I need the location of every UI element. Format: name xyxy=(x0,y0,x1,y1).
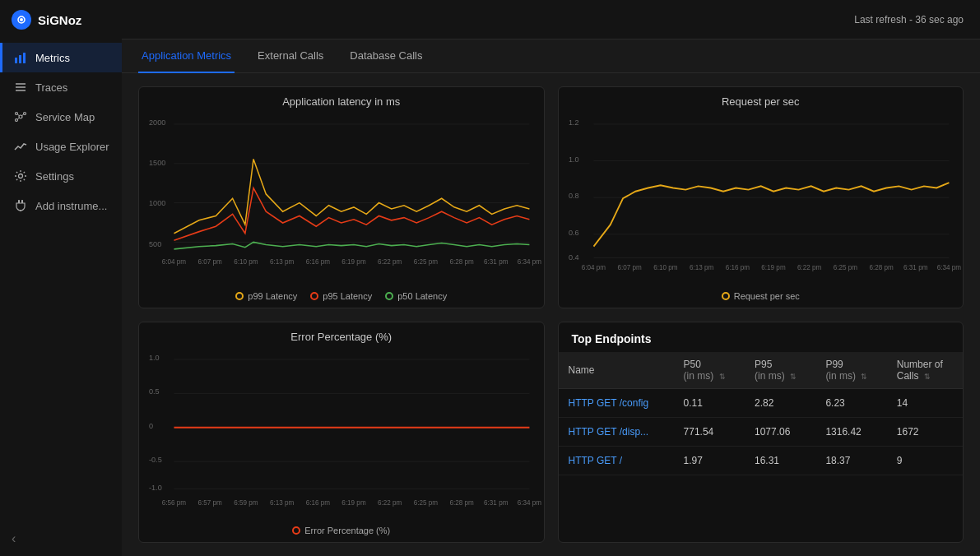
latency-chart-card: Application latency in ms 2000 1500 1000… xyxy=(138,86,545,308)
svg-text:6:13 pm: 6:13 pm xyxy=(689,263,713,271)
endpoint-p95-0: 2.82 xyxy=(745,388,815,417)
brand-name: SiGNoz xyxy=(38,13,81,27)
svg-text:6:22 pm: 6:22 pm xyxy=(797,263,821,271)
endpoint-p50-2: 1.97 xyxy=(674,446,745,475)
svg-text:6:59 pm: 6:59 pm xyxy=(234,498,258,507)
svg-text:6:13 pm: 6:13 pm xyxy=(270,498,294,507)
error-chart-card: Error Percentage (%) 1.0 0.5 0 -0.5 -1.0 xyxy=(138,322,545,544)
error-chart-area: 1.0 0.5 0 -0.5 -1.0 6:56 pm 6:57 pm xyxy=(139,346,544,521)
sidebar-item-service-map-label: Service Map xyxy=(35,111,95,123)
legend-p99-dot xyxy=(235,292,244,300)
tab-database-calls[interactable]: Database Calls xyxy=(346,39,425,73)
sidebar-item-add-instrument[interactable]: Add instrume... xyxy=(0,191,122,220)
table-row: HTTP GET /config 0.11 2.82 6.23 14 xyxy=(559,388,964,417)
svg-text:6:34 pm: 6:34 pm xyxy=(936,263,960,271)
gear-icon xyxy=(14,169,27,183)
endpoint-calls-0: 14 xyxy=(887,388,963,417)
rps-chart-title: Request per sec xyxy=(559,87,964,111)
legend-p50-dot xyxy=(385,292,393,300)
col-header-name[interactable]: Name xyxy=(559,352,674,389)
svg-text:6:07 pm: 6:07 pm xyxy=(198,257,222,266)
table-row: HTTP GET / 1.97 16.31 18.37 9 xyxy=(559,446,964,475)
sidebar-item-service-map[interactable]: Service Map xyxy=(0,102,122,132)
svg-text:1.0: 1.0 xyxy=(569,155,579,163)
main-content: Last refresh - 36 sec ago Application Me… xyxy=(122,0,980,556)
sidebar-item-usage-explorer-label: Usage Explorer xyxy=(35,141,109,153)
sort-p50-icon: ⇅ xyxy=(719,373,726,381)
endpoint-p99-1: 1316.42 xyxy=(815,417,886,446)
svg-text:1.0: 1.0 xyxy=(149,353,160,361)
sidebar-item-usage-explorer[interactable]: Usage Explorer xyxy=(0,132,122,161)
endpoint-name-0[interactable]: HTTP GET /config xyxy=(559,388,674,417)
topbar: Last refresh - 36 sec ago xyxy=(122,0,980,39)
endpoints-table-wrap: Name P50(in ms) ⇅ P95(in ms) ⇅ xyxy=(559,352,964,543)
rps-chart-card: Request per sec 1.2 1.0 0.8 0.6 0.4 xyxy=(558,86,964,308)
svg-point-15 xyxy=(19,174,23,178)
svg-text:6:31 pm: 6:31 pm xyxy=(484,498,508,507)
col-header-p50[interactable]: P50(in ms) ⇅ xyxy=(674,352,745,389)
svg-text:6:25 pm: 6:25 pm xyxy=(833,263,857,271)
svg-text:6:25 pm: 6:25 pm xyxy=(414,257,438,266)
sidebar-item-traces[interactable]: Traces xyxy=(0,72,122,102)
sidebar-item-metrics[interactable]: Metrics xyxy=(0,43,122,72)
rps-chart-svg: 1.2 1.0 0.8 0.6 0.4 6:04 pm 6:07 pm xyxy=(569,111,954,286)
endpoint-p95-1: 1077.06 xyxy=(745,417,815,446)
error-chart-legend: Error Percentage (%) xyxy=(139,521,544,542)
error-chart-title: Error Percentage (%) xyxy=(139,322,544,346)
svg-text:6:16 pm: 6:16 pm xyxy=(306,257,330,266)
svg-text:6:22 pm: 6:22 pm xyxy=(378,498,402,507)
endpoint-name-1[interactable]: HTTP GET /disp... xyxy=(559,417,674,446)
svg-text:-0.5: -0.5 xyxy=(149,456,162,464)
endpoint-name-2[interactable]: HTTP GET / xyxy=(559,446,674,475)
svg-text:2000: 2000 xyxy=(149,118,165,127)
latency-chart-title: Application latency in ms xyxy=(139,87,544,111)
sidebar-collapse-button[interactable]: ‹ xyxy=(0,521,122,556)
sidebar-nav: Metrics Traces xyxy=(0,39,122,521)
svg-text:6:28 pm: 6:28 pm xyxy=(869,263,893,271)
sidebar-item-settings[interactable]: Settings xyxy=(0,161,122,191)
svg-text:6:22 pm: 6:22 pm xyxy=(378,257,402,266)
svg-text:6:31 pm: 6:31 pm xyxy=(903,263,927,271)
legend-p95: p95 Latency xyxy=(310,291,372,301)
svg-rect-16 xyxy=(18,200,20,203)
svg-text:6:13 pm: 6:13 pm xyxy=(270,257,294,266)
col-header-p95[interactable]: P95(in ms) ⇅ xyxy=(745,352,815,389)
svg-text:0: 0 xyxy=(149,421,153,429)
legend-rps-dot xyxy=(722,292,730,300)
svg-text:6:28 pm: 6:28 pm xyxy=(449,257,473,266)
sort-p99-icon: ⇅ xyxy=(861,373,867,381)
svg-text:1000: 1000 xyxy=(149,199,165,207)
tab-external-calls[interactable]: External Calls xyxy=(254,39,327,73)
svg-rect-17 xyxy=(21,200,23,203)
sidebar-item-add-instrument-label: Add instrume... xyxy=(35,200,107,212)
svg-text:1.2: 1.2 xyxy=(569,118,579,127)
svg-line-14 xyxy=(17,118,19,119)
network-icon xyxy=(14,110,27,123)
svg-text:6:16 pm: 6:16 pm xyxy=(306,498,330,507)
svg-text:6:16 pm: 6:16 pm xyxy=(725,263,749,271)
legend-error-dot xyxy=(292,526,300,535)
legend-p99-label: p99 Latency xyxy=(248,291,297,301)
endpoint-p95-2: 16.31 xyxy=(745,446,815,475)
sort-p95-icon: ⇅ xyxy=(790,373,797,381)
bar-chart-icon xyxy=(14,51,27,64)
sidebar-item-settings-label: Settings xyxy=(35,170,74,183)
svg-text:6:19 pm: 6:19 pm xyxy=(341,257,365,266)
brand-logo[interactable]: SiGNoz xyxy=(0,0,122,39)
svg-text:0.4: 0.4 xyxy=(569,253,579,261)
legend-p99: p99 Latency xyxy=(235,291,297,301)
svg-text:500: 500 xyxy=(149,240,161,248)
legend-rps: Request per sec xyxy=(722,291,800,301)
svg-line-12 xyxy=(17,114,19,116)
content-area: Application latency in ms 2000 1500 1000… xyxy=(122,73,980,556)
svg-rect-2 xyxy=(15,58,17,63)
svg-text:0.8: 0.8 xyxy=(569,192,579,200)
svg-text:6:10 pm: 6:10 pm xyxy=(653,263,677,271)
col-header-p99[interactable]: P99(in ms) ⇅ xyxy=(815,352,886,389)
list-icon xyxy=(14,81,27,94)
svg-text:6:07 pm: 6:07 pm xyxy=(617,263,641,271)
svg-text:-1.0: -1.0 xyxy=(149,484,162,492)
col-header-calls[interactable]: Number ofCalls ⇅ xyxy=(887,352,963,389)
svg-text:6:34 pm: 6:34 pm xyxy=(518,257,541,266)
tab-application-metrics[interactable]: Application Metrics xyxy=(138,39,235,73)
